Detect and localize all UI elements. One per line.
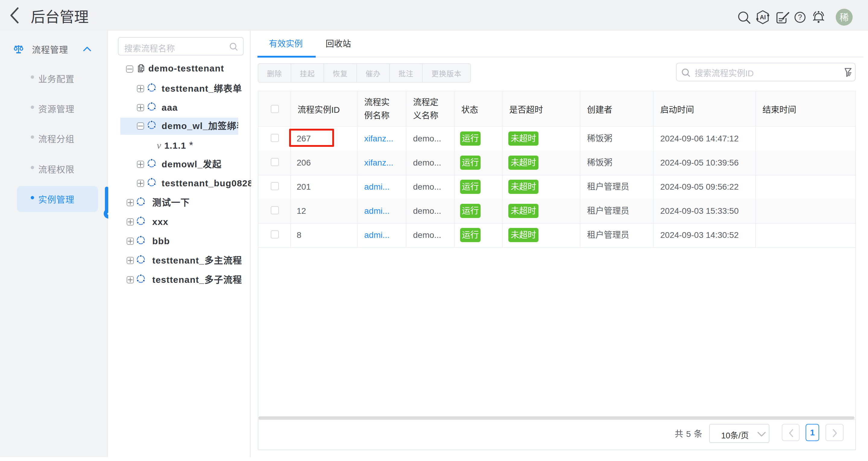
- svg-text:?: ?: [798, 13, 802, 21]
- svg-text:AI: AI: [760, 14, 766, 21]
